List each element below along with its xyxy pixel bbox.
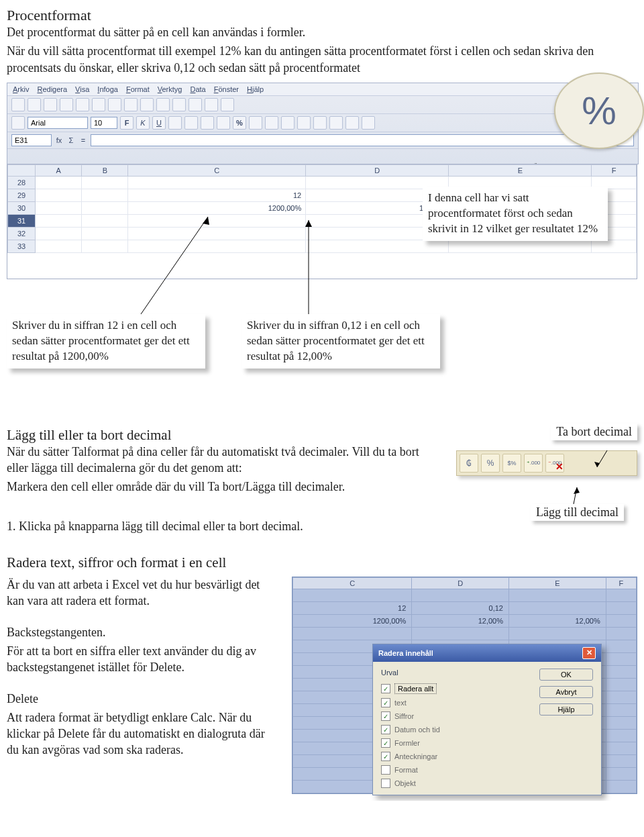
callout-right: I denna cell har vi satt procentformatet… xyxy=(423,187,608,241)
sort-desc-icon[interactable] xyxy=(189,98,202,111)
col-f[interactable]: F xyxy=(592,164,637,176)
add-decimal-icon[interactable] xyxy=(265,116,278,130)
copy-icon[interactable] xyxy=(108,98,121,111)
row-29[interactable]: 29 xyxy=(8,189,36,201)
col-a[interactable]: A xyxy=(36,164,82,176)
cell2-c1[interactable]: 12 xyxy=(293,602,412,615)
help-button[interactable]: Hjälp xyxy=(539,703,593,716)
align-center-icon[interactable] xyxy=(184,116,198,130)
formula-input[interactable] xyxy=(91,134,634,146)
cell-c29[interactable]: 12 xyxy=(128,189,306,201)
currency-icon-2[interactable]: ₲ xyxy=(460,454,478,473)
menu-infoga[interactable]: Infoga xyxy=(97,85,118,93)
p6: För att ta bort en siffra eller text anv… xyxy=(7,643,275,676)
chk-radera-allt[interactable]: ✓ Radera allt xyxy=(381,683,526,694)
percent-zoom-callout: % xyxy=(554,72,644,149)
cell-reference-field[interactable] xyxy=(11,134,52,146)
percent-icon-2[interactable]: % xyxy=(481,454,500,473)
fontcolor-icon[interactable] xyxy=(362,116,375,130)
redo-icon[interactable] xyxy=(156,98,170,111)
menu-hjalp[interactable]: Hjälp xyxy=(247,85,264,93)
remove-decimal-icon[interactable] xyxy=(281,116,294,130)
menu-fonster[interactable]: Fönster xyxy=(214,85,239,93)
col-b[interactable]: B xyxy=(82,164,128,176)
p3: När du sätter Talformat på dina celler f… xyxy=(7,444,443,477)
save-icon[interactable] xyxy=(44,98,57,111)
sum-icon[interactable]: Σ xyxy=(66,136,76,144)
equals-icon[interactable]: = xyxy=(78,136,88,144)
spellcheck-icon[interactable] xyxy=(76,98,89,111)
col2-c[interactable]: C xyxy=(293,578,412,589)
menu-verktyg[interactable]: Verktyg xyxy=(158,85,182,93)
cell2-c2[interactable]: 1200,00% xyxy=(293,615,412,628)
dialog-title-text: Radera innehåll xyxy=(378,649,433,657)
underline-icon[interactable]: U xyxy=(152,116,166,130)
bold-icon[interactable]: F xyxy=(120,116,133,130)
svg-line-7 xyxy=(574,487,577,504)
align-left-icon[interactable] xyxy=(168,116,182,130)
cell-c30[interactable]: 1200,00% xyxy=(128,201,306,214)
row-33[interactable]: 33 xyxy=(8,240,36,252)
col-c[interactable]: C xyxy=(128,164,306,176)
menu-arkiv[interactable]: Arkiv xyxy=(13,85,29,93)
p7t: Delete xyxy=(7,691,275,707)
open-icon[interactable] xyxy=(28,98,41,111)
label-lagg-till-decimal: Lägg till decimal xyxy=(531,504,624,521)
menubar: Arkiv Redigera Visa Infoga Format Verkty… xyxy=(7,83,638,96)
p5: Är du van att arbeta i Excel vet du hur … xyxy=(7,577,275,609)
number-icon-2[interactable]: $% xyxy=(502,454,521,473)
chart-icon[interactable] xyxy=(205,98,218,111)
cell2-d2[interactable]: 12,00% xyxy=(412,615,509,628)
border-icon[interactable] xyxy=(329,116,343,130)
p6t: Backstegstangenten. xyxy=(7,624,275,640)
navigator-icon[interactable] xyxy=(221,98,234,111)
menu-visa[interactable]: Visa xyxy=(75,85,89,93)
col2-e[interactable]: E xyxy=(509,578,606,589)
indent-left-icon[interactable] xyxy=(297,116,311,130)
chk-formler: ✓Formler xyxy=(381,738,526,748)
currency-icon[interactable] xyxy=(217,116,230,130)
indent-right-icon[interactable] xyxy=(313,116,327,130)
font-size-field[interactable] xyxy=(91,117,117,129)
col-d[interactable]: D xyxy=(306,164,449,176)
intro-line-1: Det procentformat du sätter på en cell k… xyxy=(7,24,637,40)
undo-icon[interactable] xyxy=(140,98,154,111)
standard-toolbar xyxy=(7,96,638,114)
sort-asc-icon[interactable] xyxy=(172,98,186,111)
number-format-icon[interactable] xyxy=(249,116,262,130)
cut-icon[interactable] xyxy=(92,98,105,111)
p7: Att radera format är betydligt enklare C… xyxy=(7,709,275,758)
add-decimal-button[interactable]: ⁺.000 xyxy=(524,454,543,473)
bgcolor-icon[interactable] xyxy=(345,116,359,130)
styles-icon[interactable] xyxy=(11,116,25,130)
menu-format[interactable]: Format xyxy=(126,85,150,93)
row-28[interactable]: 28 xyxy=(8,176,36,189)
paste-icon[interactable] xyxy=(124,98,138,111)
ok-button[interactable]: OK xyxy=(539,669,593,681)
label-ta-bort-decimal: Ta bort decimal xyxy=(551,424,637,440)
col2-f[interactable]: F xyxy=(606,578,636,589)
cancel-button[interactable]: Avbryt xyxy=(539,686,593,698)
print-icon[interactable] xyxy=(60,98,73,111)
percent-format-icon[interactable]: % xyxy=(233,116,246,130)
row-30[interactable]: 30 xyxy=(8,201,36,214)
col-e[interactable]: E xyxy=(449,164,592,176)
decimal-toolbar: ₲ % $% ⁺.000 ⁻.000✕ xyxy=(456,450,637,476)
toolbar-screenshot: Arkiv Redigera Visa Infoga Format Verkty… xyxy=(7,83,639,164)
remove-decimal-button[interactable]: ⁻.000✕ xyxy=(545,454,564,473)
menu-redigera[interactable]: Redigera xyxy=(37,85,67,93)
function-wizard-icon[interactable]: fx xyxy=(54,136,64,144)
row-31[interactable]: 31 xyxy=(8,214,36,227)
font-name-field[interactable] xyxy=(28,117,88,129)
close-icon[interactable]: ✕ xyxy=(582,647,596,659)
cell2-d1[interactable]: 0,12 xyxy=(412,602,509,615)
col2-d[interactable]: D xyxy=(412,578,509,589)
cell2-e2[interactable]: 12,00% xyxy=(509,615,606,628)
menu-data[interactable]: Data xyxy=(190,85,205,93)
h2-decimal: Lägg till eller ta bort decimal xyxy=(7,427,443,444)
callout-left: Skriver du in siffran 12 i en cell och s… xyxy=(7,314,205,368)
new-icon[interactable] xyxy=(11,98,25,111)
row-32[interactable]: 32 xyxy=(8,227,36,240)
italic-icon[interactable]: K xyxy=(136,116,150,130)
align-right-icon[interactable] xyxy=(201,116,214,130)
